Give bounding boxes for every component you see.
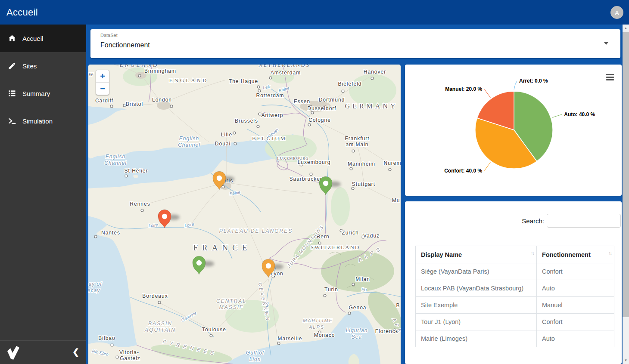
city-label: Rennes	[130, 201, 150, 207]
city-label: Cologne	[308, 117, 331, 123]
city-label: St Helier	[124, 168, 148, 174]
chart-panel: Auto: 40.0 %Confort: 40.0 %Manuel: 20.0 …	[405, 65, 622, 196]
sort-icon[interactable]: ↑↓	[608, 250, 611, 256]
water-label: Ligurian	[346, 327, 368, 333]
terminal-icon	[8, 117, 16, 125]
water-label: Channel	[104, 160, 127, 166]
table-cell: Auto	[537, 280, 614, 297]
city-label: Lille	[221, 132, 232, 138]
table-row: Site ExempleManuel	[416, 297, 614, 314]
region-label: MASSIF	[219, 304, 244, 310]
city-label: Turin	[324, 287, 338, 293]
city-dot	[350, 167, 352, 170]
city-dot	[125, 175, 128, 177]
list-icon	[8, 89, 16, 98]
city-dot	[233, 132, 236, 134]
map-canvas[interactable]: BirminghamLondonCardiffBristolThe HagueA…	[88, 65, 401, 364]
city-dot	[257, 125, 259, 128]
table-cell: Manuel	[537, 297, 614, 314]
column-header-display-name[interactable]: Display Name ↑↓	[416, 246, 537, 263]
column-header-fonctionnement[interactable]: Fonctionnement ↑↓	[537, 246, 614, 263]
sidebar-footer: ❮	[0, 340, 86, 364]
city-dot	[258, 113, 261, 115]
map-panel[interactable]: BirminghamLondonCardiffBristolThe HagueA…	[88, 65, 401, 364]
city-dot	[138, 74, 141, 77]
city-label: Stuttgart	[352, 181, 375, 187]
city-dot	[94, 235, 97, 238]
country-label: GERMANY	[345, 102, 398, 110]
table-row: Mairie (Limoges)Auto	[416, 330, 614, 347]
region-label: MARITIME	[303, 318, 333, 323]
water-label: English	[179, 136, 199, 142]
water-label: Lion	[249, 356, 261, 362]
pie-label-connector	[484, 89, 490, 97]
sidebar-item-simulation[interactable]: Simulation	[0, 107, 86, 135]
vertical-scrollbar[interactable]: ▲ ▼	[623, 25, 629, 364]
scroll-down-arrow-icon[interactable]: ▼	[623, 357, 629, 364]
city-dot	[111, 344, 113, 346]
collapse-sidebar-button[interactable]: ❮	[72, 347, 79, 357]
scroll-up-arrow-icon[interactable]: ▲	[623, 25, 629, 32]
city-label: Saarbrucken	[289, 176, 323, 182]
city-label: Gasteiz	[120, 355, 140, 361]
city-dot	[352, 187, 354, 190]
city-label: Bern	[317, 234, 329, 240]
page-title: Accueil	[6, 7, 38, 18]
city-dot	[324, 294, 326, 297]
city-label: Mannheim	[348, 161, 375, 167]
zoom-in-button[interactable]: +	[96, 70, 109, 83]
city-label: Cardiff	[95, 98, 113, 104]
hamburger-icon[interactable]	[606, 74, 614, 82]
dataset-select[interactable]: DataSet Fonctionnement	[90, 29, 620, 58]
city-dot	[311, 111, 314, 114]
sort-icon[interactable]: ↑↓	[531, 250, 534, 256]
sidebar-item-accueil[interactable]: Accueil	[0, 25, 86, 52]
pie-label-connector	[484, 162, 490, 170]
city-label: Rotterdam	[256, 93, 284, 99]
city-label: Douai	[215, 141, 230, 147]
city-dot	[257, 86, 260, 88]
city-label: Bielefeld	[338, 81, 361, 87]
city-label: B	[396, 302, 400, 308]
scrollbar-thumb[interactable]	[623, 32, 629, 317]
city-dot	[258, 89, 261, 92]
city-label: Bristol	[126, 101, 143, 107]
table-cell: Auto	[537, 330, 614, 347]
zoom-out-button[interactable]: −	[96, 83, 109, 95]
water-label: Channel	[178, 142, 200, 148]
country-label: SWITZERLAND	[311, 244, 360, 250]
sidebar-item-summary[interactable]: Summary	[0, 80, 86, 107]
city-label: Frankfurt	[345, 136, 369, 142]
sidebar-item-sites[interactable]: Sites	[0, 52, 86, 80]
pie-label-connector	[552, 114, 562, 117]
city-label: Toulouse	[202, 327, 226, 333]
water-label: ay of	[88, 281, 102, 287]
search-input[interactable]	[547, 214, 621, 228]
sidebar-item-label: Simulation	[22, 117, 53, 125]
city-dot	[352, 150, 355, 152]
search-label: Search:	[522, 217, 544, 225]
table-row: Locaux PAB (VayanData Strasbourg)Auto	[416, 280, 614, 297]
dataset-value: Fonctionnement	[100, 41, 150, 49]
city-dot	[342, 90, 344, 93]
city-label: Hanover	[364, 69, 386, 75]
city-dot	[269, 77, 272, 79]
table-panel: Search: Display Name ↑↓ Fonctionnement ↑…	[405, 201, 622, 364]
pie-label: Confort: 40.0 %	[444, 168, 482, 174]
pencil-icon	[8, 62, 16, 70]
avatar[interactable]: A	[610, 6, 623, 19]
country-label: W	[88, 71, 93, 77]
city-dot	[210, 334, 212, 337]
city-label: Birmingham	[144, 68, 176, 74]
sidebar-item-label: Summary	[22, 90, 50, 97]
city-dot	[141, 209, 143, 212]
table-cell: Confort	[537, 314, 614, 330]
app-header: Accueil A	[0, 0, 629, 25]
city-label: Brussels	[235, 118, 258, 124]
city-label: Genoa	[349, 305, 366, 311]
city-dot	[348, 312, 351, 315]
river-label: Loire	[148, 222, 159, 228]
water-label: Gulf of	[246, 350, 265, 356]
city-label: Nantes	[101, 230, 120, 236]
pie-label: Manuel: 20.0 %	[445, 86, 482, 92]
